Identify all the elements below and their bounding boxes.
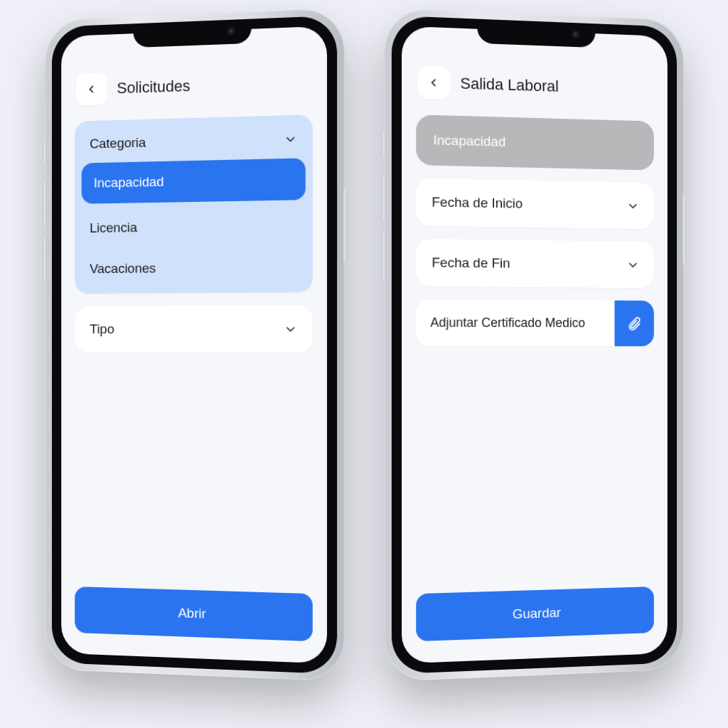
side-button <box>682 195 687 264</box>
guardar-button[interactable]: Guardar <box>416 587 654 641</box>
phone-mockup-right: Salida Laboral Incapacidad Fecha de Inic… <box>385 8 684 682</box>
back-button[interactable] <box>417 65 450 100</box>
fecha-fin-label: Fecha de Fin <box>432 255 510 271</box>
selected-category-pill: Incapacidad <box>416 114 654 170</box>
categoria-option-licencia[interactable]: Licencia <box>75 204 313 249</box>
phone-notch <box>477 19 595 48</box>
page-title: Solicitudes <box>117 77 190 97</box>
categoria-label: Categoria <box>90 135 146 152</box>
attach-certificate-row: Adjuntar Certificado Medico <box>416 299 654 346</box>
chevron-down-icon <box>627 199 639 212</box>
side-button <box>43 181 47 225</box>
chevron-down-icon <box>284 323 297 336</box>
back-button[interactable] <box>76 73 107 106</box>
side-button <box>43 139 47 164</box>
phone-mockup-left: Solicitudes Categoria Incapacidad Licenc… <box>46 8 345 682</box>
side-button <box>382 131 386 157</box>
phone-notch <box>133 19 251 48</box>
chevron-left-icon <box>428 77 439 89</box>
tipo-dropdown[interactable]: Tipo <box>75 305 313 353</box>
camera-icon <box>228 28 236 37</box>
side-button <box>343 189 347 262</box>
tipo-label: Tipo <box>90 321 114 337</box>
abrir-button[interactable]: Abrir <box>75 587 313 641</box>
camera-icon <box>572 31 581 39</box>
categoria-option-vacaciones[interactable]: Vacaciones <box>75 246 313 294</box>
side-button <box>382 174 386 220</box>
chevron-down-icon <box>627 258 639 271</box>
page-title: Salida Laboral <box>460 74 559 96</box>
side-button <box>43 237 47 282</box>
chevron-down-icon <box>284 132 297 146</box>
attach-button[interactable] <box>614 301 653 346</box>
categoria-option-incapacidad[interactable]: Incapacidad <box>82 158 306 203</box>
chevron-left-icon <box>86 83 97 95</box>
paperclip-icon <box>627 316 642 331</box>
fecha-inicio-label: Fecha de Inicio <box>432 194 523 211</box>
fecha-fin-dropdown[interactable]: Fecha de Fin <box>416 239 654 288</box>
side-button <box>382 232 386 279</box>
categoria-dropdown[interactable]: Categoria Incapacidad Licencia Vacacione… <box>75 114 313 294</box>
fecha-inicio-dropdown[interactable]: Fecha de Inicio <box>416 178 654 230</box>
attach-label: Adjuntar Certificado Medico <box>416 299 614 346</box>
